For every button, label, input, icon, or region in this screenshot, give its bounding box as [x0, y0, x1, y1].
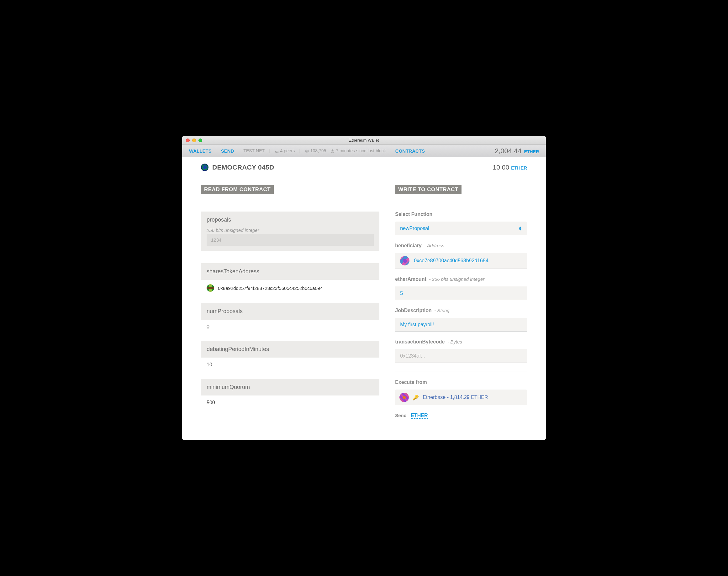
execute-from-label: Execute from — [395, 379, 527, 385]
address-identicon — [206, 284, 214, 292]
svg-point-0 — [277, 152, 277, 153]
balance-unit: ETHER — [524, 149, 539, 154]
contract-header: DEMOCRACY 045D 10.00 ETHER — [201, 164, 527, 171]
balance-amount: 2,004.44 — [495, 147, 522, 155]
param-type: Address — [427, 243, 444, 248]
read-field-debating-period: debatingPeriodInMinutes 10 — [201, 341, 380, 372]
read-field-shares-token-address: sharesTokenAddress 0x8e92dd257f94f288723… — [201, 263, 380, 296]
separator: | — [269, 148, 270, 153]
select-function-label: Select Function — [395, 211, 527, 217]
contract-balance: 10.00 ETHER — [493, 164, 527, 171]
address-value: 0x8e92dd257f94f288723c23f5605c4252b0c6a0… — [218, 286, 323, 291]
beneficiary-input-row[interactable] — [395, 253, 527, 269]
read-section-title: READ FROM CONTRACT — [201, 185, 274, 194]
proposals-input[interactable] — [206, 234, 374, 246]
contract-identity: DEMOCRACY 045D — [201, 164, 274, 171]
titlebar: Ξthereum Wallet — [182, 136, 546, 145]
bytecode-input-row[interactable] — [395, 349, 527, 363]
send-ether-group: Send ETHER — [395, 413, 527, 419]
send-unit-dropdown[interactable]: ETHER — [411, 413, 428, 419]
param-label: JobDescription — [395, 308, 431, 313]
write-section-title: WRITE TO CONTRACT — [395, 185, 461, 194]
contract-balance-amount: 10.00 — [493, 164, 509, 171]
param-type: Bytes — [450, 339, 462, 344]
field-type: 256 bits unsigned integer — [206, 228, 374, 233]
testnet-label: TEST-NET — [243, 148, 264, 153]
close-window-button[interactable] — [186, 139, 190, 142]
contract-balance-unit: ETHER — [511, 165, 527, 171]
minimize-window-button[interactable] — [192, 139, 196, 142]
execute-from-value: Etherbase - 1,814.29 ETHER — [423, 395, 488, 400]
read-field-minimum-quorum: minimumQuorum 500 — [201, 379, 380, 410]
chevron-updown-icon: ▲▼ — [518, 226, 522, 231]
param-type: String — [437, 308, 450, 313]
block-number: 108,795 — [305, 148, 326, 153]
window-controls — [182, 139, 202, 142]
field-name: numProposals — [206, 308, 374, 315]
job-description-input-row[interactable] — [395, 318, 527, 332]
nav-contracts[interactable]: CONTRACTS — [395, 148, 425, 153]
field-name: debatingPeriodInMinutes — [206, 346, 374, 352]
param-type: 256 bits unsigned integer — [432, 277, 485, 282]
send-label: Send — [395, 413, 407, 418]
window-title: Ξthereum Wallet — [182, 138, 546, 143]
param-job-description: JobDescription - String — [395, 308, 527, 332]
read-column: READ FROM CONTRACT proposals 256 bits un… — [201, 185, 380, 428]
network-status: TEST-NET | 4 peers | 108,795 7 minutes s… — [243, 148, 386, 153]
bytecode-input[interactable] — [400, 353, 522, 359]
ether-amount-input[interactable] — [400, 290, 522, 296]
time-since-block: 7 minutes since last block — [331, 148, 386, 153]
zoom-window-button[interactable] — [198, 139, 202, 142]
selected-function: newProposal — [400, 226, 429, 231]
nav-send[interactable]: SEND — [221, 148, 234, 153]
execute-from-select[interactable]: 🔑 Etherbase - 1,814.29 ETHER — [395, 390, 527, 405]
param-beneficiary: beneficiary - Address — [395, 243, 527, 269]
param-ether-amount: etherAmount - 256 bits unsigned integer — [395, 277, 527, 300]
key-icon: 🔑 — [413, 395, 419, 401]
signal-icon — [275, 149, 279, 153]
param-label: beneficiary — [395, 243, 421, 248]
total-balance: 2,004.44 ETHER — [495, 147, 539, 155]
content-area: READ FROM CONTRACT proposals 256 bits un… — [182, 180, 546, 440]
read-field-proposals: proposals 256 bits unsigned integer — [201, 211, 380, 251]
nav-wallets[interactable]: WALLETS — [189, 148, 212, 153]
account-identicon — [399, 393, 409, 402]
field-name: proposals — [206, 217, 374, 223]
contract-name: DEMOCRACY 045D — [212, 164, 274, 171]
param-transaction-bytecode: transactionBytecode - Bytes — [395, 339, 527, 363]
app-window: Ξthereum Wallet WALLETS SEND TEST-NET | … — [182, 136, 546, 440]
address-identicon — [400, 256, 410, 265]
contract-identicon — [201, 164, 208, 171]
field-value: 0 — [201, 320, 380, 334]
divider — [395, 371, 527, 371]
execute-from-group: Execute from 🔑 Etherbase - 1,814.29 ETHE… — [395, 379, 527, 405]
field-name: minimumQuorum — [206, 384, 374, 391]
param-label: etherAmount — [395, 277, 426, 282]
param-label: transactionBytecode — [395, 339, 445, 344]
field-value: 500 — [201, 396, 380, 410]
peers-status: 4 peers — [275, 148, 295, 153]
write-column: WRITE TO CONTRACT Select Function newPro… — [395, 185, 527, 428]
function-select[interactable]: newProposal ▲▼ — [395, 222, 527, 235]
job-description-input[interactable] — [400, 322, 522, 327]
layers-icon — [305, 149, 309, 153]
clock-icon — [331, 149, 335, 153]
function-selector-group: Select Function newProposal ▲▼ — [395, 211, 527, 235]
beneficiary-input[interactable] — [414, 258, 522, 264]
navbar: WALLETS SEND TEST-NET | 4 peers | 108,79… — [182, 145, 546, 157]
field-value: 10 — [201, 357, 380, 372]
read-field-num-proposals: numProposals 0 — [201, 303, 380, 334]
ether-amount-input-row[interactable] — [395, 286, 527, 300]
field-name: sharesTokenAddress — [206, 268, 374, 275]
separator: | — [299, 148, 300, 153]
